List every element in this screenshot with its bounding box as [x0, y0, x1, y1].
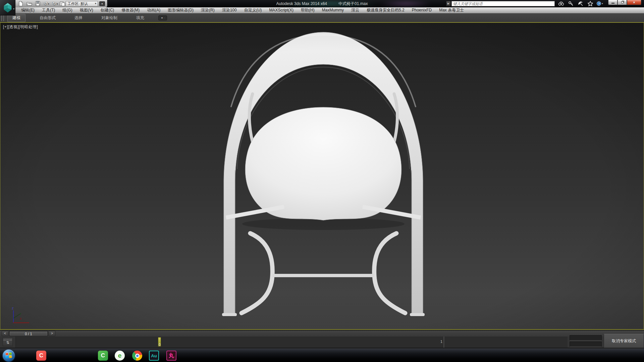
- viewport-view-label[interactable]: [透视]: [8, 24, 19, 29]
- tab-selection[interactable]: 选择: [70, 14, 87, 22]
- menu-item-views[interactable]: 视图(V): [76, 7, 97, 13]
- close-icon: ×: [633, 0, 635, 4]
- ribbon-grip-handle[interactable]: [1, 14, 4, 21]
- menu-item-help[interactable]: 帮助(H): [297, 7, 318, 13]
- menu-item-create[interactable]: 创建(C): [97, 7, 118, 13]
- status-field-1: [570, 335, 602, 341]
- menu-item-modifiers[interactable]: 修改器(M): [118, 7, 143, 13]
- menu-item-rendering[interactable]: 渲染(R): [197, 7, 218, 13]
- time-slider[interactable]: 0 / 1: [9, 331, 48, 336]
- menu-item-animation[interactable]: 动画(A): [143, 7, 164, 13]
- undo-dropdown-caret-icon[interactable]: ▾: [48, 3, 49, 5]
- app-menu-button[interactable]: ▾: [0, 0, 15, 15]
- infocenter-icon-strip: ?▾: [557, 1, 604, 6]
- viewport-label: [+][透视][明暗处理]: [3, 24, 38, 30]
- new-scene-button[interactable]: [17, 1, 24, 6]
- track-bar-row: ——— ⇅ 1 0: [0, 337, 644, 348]
- redo-dropdown-caret-icon[interactable]: ▾: [57, 3, 58, 5]
- workspace-dropdown[interactable]: 工作区: 默认 ▾: [66, 1, 98, 6]
- camtasia-red-app-icon[interactable]: C: [36, 351, 46, 361]
- tab-populate[interactable]: 填充: [131, 14, 149, 22]
- chrome-app-icon[interactable]: [132, 351, 142, 361]
- restore-button[interactable]: [618, 0, 627, 5]
- previous-frame-button[interactable]: <: [2, 331, 8, 336]
- help-caret-icon: ▾: [602, 2, 603, 5]
- cancel-expert-mode-button[interactable]: 取消专家模式: [604, 334, 644, 348]
- open-file-button[interactable]: [26, 1, 33, 6]
- desktop: ▾ ↺ ▾ ↻ ▾ 工作区: 默认 ▾ ▼ Autodesk 3ds Max 2…: [0, 0, 644, 362]
- menu-item-graph-editors[interactable]: 图形编辑器(D): [164, 7, 197, 13]
- project-folder-button[interactable]: [59, 1, 66, 6]
- windows-taskbar: C 中式椅子01.max ... C e Au 丸 计算机: [0, 349, 644, 362]
- menu-item-slim-archive[interactable]: 极速瘦身安全归档5.2: [363, 7, 408, 13]
- wan-app-icon[interactable]: 丸: [166, 351, 176, 361]
- tab-object-paint[interactable]: 对象绘制: [97, 14, 122, 22]
- axis-y-label: y: [20, 312, 21, 315]
- search-binoculars-icon[interactable]: [557, 1, 565, 6]
- current-frame-label: 0: [157, 343, 162, 347]
- workspace-label: 工作区: 默认: [67, 2, 88, 6]
- viewport-shading-label[interactable]: [明暗处理]: [19, 24, 38, 29]
- menu-item-group[interactable]: 组(G): [59, 7, 76, 13]
- world-axis-gizmo: z y x: [10, 308, 33, 325]
- time-slider-handle[interactable]: 0 / 1: [10, 331, 47, 336]
- axis-x-label: x: [20, 316, 22, 320]
- app-title: Autodesk 3ds Max 2014 x64: [276, 1, 327, 6]
- menu-item-render-cloud[interactable]: 渲云: [347, 7, 363, 13]
- menu-bar: 编辑(E) 工具(T) 组(G) 视图(V) 创建(C) 修改器(M) 动画(A…: [0, 7, 644, 13]
- toolbar-overflow-button[interactable]: ▼: [99, 1, 105, 6]
- chair-seat: [245, 107, 401, 220]
- time-slider-row: < 0 / 1 >: [0, 330, 644, 337]
- minimize-icon: [611, 3, 614, 4]
- menu-item-maxmummy[interactable]: MaxMummy: [318, 7, 347, 13]
- ribbon-tab-bar: 建模 自由形式 选择 对象绘制 填充 ▼ ·: [0, 13, 644, 22]
- menu-item-edit[interactable]: 编辑(E): [17, 7, 38, 13]
- windows-logo-icon: [6, 353, 12, 359]
- mini-trackbar-arrows-icon: ⇅: [3, 341, 12, 345]
- perspective-viewport[interactable]: [+][透视][明暗处理]: [0, 22, 644, 330]
- window-controls: ×: [608, 0, 641, 5]
- menu-item-customize[interactable]: 自定义(U): [240, 7, 266, 13]
- tab-freeform[interactable]: 自由形式: [35, 14, 60, 22]
- help-button[interactable]: ?▾: [596, 1, 604, 6]
- chrome-center-dot: [135, 354, 140, 358]
- mini-trackbar-toggle-button[interactable]: ——— ⇅: [3, 338, 13, 346]
- communication-center-satellite-icon[interactable]: [576, 1, 585, 6]
- menu-item-antivirus[interactable]: Max 杀毒卫士: [435, 7, 468, 13]
- menu-item-phoenixfd[interactable]: PhoenixFD: [408, 7, 435, 13]
- track-bar[interactable]: 1 0: [15, 337, 568, 348]
- start-button[interactable]: [3, 350, 15, 362]
- menu-item-maxscript[interactable]: MAXScript(X): [265, 7, 297, 13]
- save-file-button[interactable]: [34, 1, 41, 6]
- browser-360-app-icon[interactable]: e: [115, 351, 125, 361]
- search-history-arrow-button[interactable]: ▶: [446, 1, 451, 6]
- menu-item-render100[interactable]: 渲染100: [218, 7, 240, 13]
- axis-x-line: [13, 322, 29, 323]
- next-frame-button[interactable]: >: [49, 331, 55, 336]
- minimize-button[interactable]: [608, 0, 618, 5]
- chair-brace-left: [241, 233, 272, 313]
- app-menu-caret-icon: ▾: [13, 7, 14, 10]
- workspace-caret-icon: ▾: [95, 1, 96, 6]
- end-frame-tick: [444, 337, 444, 348]
- status-field-2: [570, 342, 602, 347]
- chair-brace-right: [374, 233, 405, 313]
- audition-app-icon[interactable]: Au: [149, 351, 159, 361]
- subscription-key-icon[interactable]: [567, 1, 575, 6]
- axis-z-label: z: [12, 306, 14, 310]
- viewport-menu-plus[interactable]: [+]: [3, 24, 8, 29]
- close-button[interactable]: ×: [627, 0, 641, 5]
- favorites-star-icon[interactable]: [586, 1, 594, 6]
- axis-z-line: [13, 310, 14, 322]
- document-name: 中式椅子01.max: [338, 1, 368, 7]
- help-icon: ?: [597, 1, 601, 6]
- ribbon-minimize-button[interactable]: ▼ ·: [158, 15, 167, 20]
- chair-model: [0, 23, 644, 330]
- restore-icon: [621, 1, 624, 3]
- camtasia-green-app-icon[interactable]: C: [98, 351, 108, 361]
- infocenter-search-input[interactable]: [451, 1, 555, 6]
- 3dsmax-logo-icon: [1, 1, 14, 14]
- menu-item-tools[interactable]: 工具(T): [38, 7, 59, 13]
- end-frame-label: 1: [438, 340, 442, 344]
